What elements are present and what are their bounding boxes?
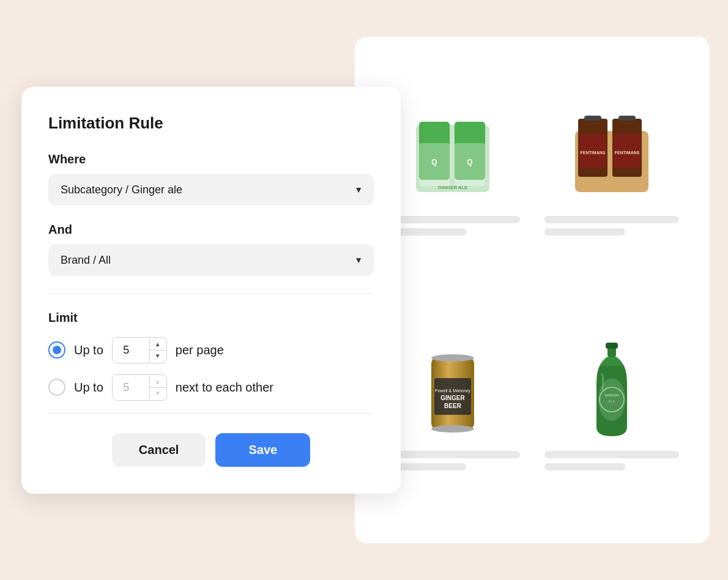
divider-2 [48, 413, 374, 414]
limit-title: Limit [48, 311, 374, 325]
limitation-rule-modal: Limitation Rule Where Subcategory / Ging… [21, 87, 401, 494]
limit-label-1: Up to [74, 343, 103, 357]
number-input-wrapper-1[interactable]: ▲ ▼ [112, 337, 167, 363]
spin-down-1[interactable]: ▼ [150, 350, 166, 362]
number-input-wrapper-2[interactable]: ▲ ▼ [112, 374, 167, 401]
radio-next-to[interactable] [48, 379, 65, 396]
radio-per-page[interactable] [48, 341, 65, 359]
where-label: Where [48, 152, 374, 166]
spin-down-2[interactable]: ▼ [150, 387, 166, 399]
per-page-input[interactable] [113, 338, 149, 363]
limit-row-1: Up to ▲ ▼ per page [48, 337, 374, 363]
divider-1 [48, 293, 374, 294]
limit-section: Limit Up to ▲ ▼ per page Up to [48, 311, 374, 401]
next-to-input[interactable] [113, 375, 149, 400]
spin-buttons-1: ▲ ▼ [149, 339, 166, 362]
limit-label-2: Up to [74, 381, 103, 395]
and-label: And [48, 223, 374, 237]
and-dropdown[interactable]: Brand / All [48, 244, 374, 276]
where-dropdown-wrapper[interactable]: Subcategory / Ginger ale ▼ [48, 174, 374, 206]
per-page-suffix: per page [176, 343, 224, 357]
spin-buttons-2: ▲ ▼ [149, 376, 166, 399]
save-button[interactable]: Save [215, 433, 310, 467]
modal-overlay: Limitation Rule Where Subcategory / Ging… [0, 0, 728, 580]
spin-up-1[interactable]: ▲ [150, 339, 166, 350]
button-row: Cancel Save [48, 433, 374, 467]
limit-row-2: Up to ▲ ▼ next to each other [48, 374, 374, 401]
spin-up-2[interactable]: ▲ [150, 376, 166, 387]
next-to-suffix: next to each other [176, 381, 273, 395]
and-dropdown-wrapper[interactable]: Brand / All ▼ [48, 244, 374, 276]
modal-title: Limitation Rule [48, 114, 374, 133]
where-dropdown[interactable]: Subcategory / Ginger ale [48, 174, 374, 206]
cancel-button[interactable]: Cancel [112, 433, 206, 467]
